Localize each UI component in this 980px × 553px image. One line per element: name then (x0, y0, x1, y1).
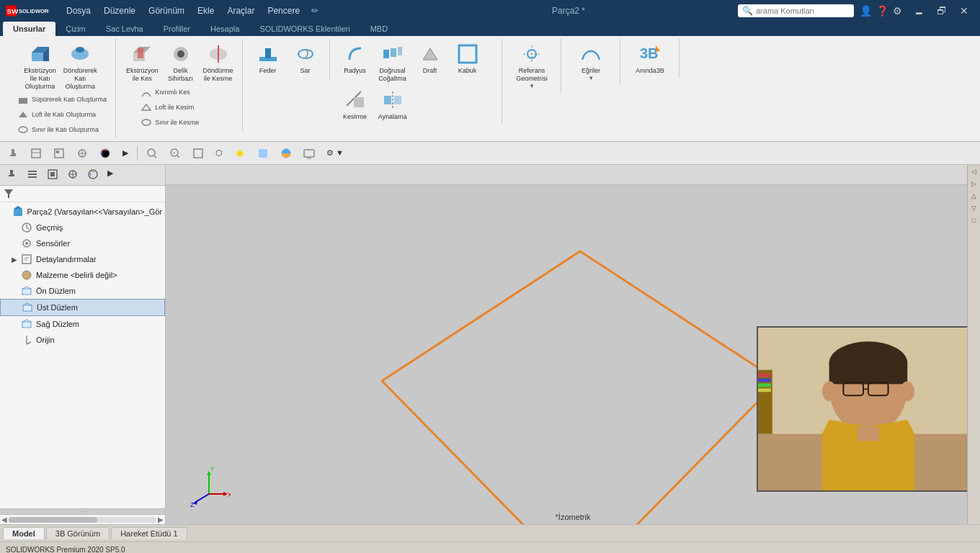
tab-hareket-etudu[interactable]: Hareket Etüdü 1 (111, 527, 187, 539)
sidebar-tab-tree[interactable] (43, 166, 62, 184)
vp-display-btn[interactable] (299, 146, 319, 161)
vp-box-btn[interactable] (188, 146, 208, 161)
tab-3b-gorunum[interactable]: 3B Görünüm (46, 527, 110, 539)
egriler-dropdown[interactable]: ▼ (588, 75, 594, 81)
tab-model[interactable]: Model (3, 527, 45, 539)
feature-tree-sag-duzlem[interactable]: Sağ Düzlem (0, 316, 165, 332)
tab-unsurlar[interactable]: Unsurlar (3, 22, 55, 36)
menu-araclar[interactable]: Araçlar (221, 4, 260, 17)
sidebar-tab-more[interactable]: ▶ (104, 166, 117, 184)
search-input[interactable] (756, 6, 850, 15)
revolve-button[interactable]: DöndürerekKatıOluşturma (61, 40, 100, 92)
svg-line-77 (27, 228, 29, 229)
feder-label: Feder (259, 67, 277, 75)
feature-tree-root[interactable]: Parça2 (Varsayılan<<Varsayılan>_Gör (0, 204, 165, 220)
referans-geometri-button[interactable]: ReferansGeometrisi ▼ (513, 40, 551, 91)
dogrusal-cog-button[interactable]: DoğrusalCoğaltma (375, 40, 411, 85)
kesirme-button[interactable]: Kesirme (337, 86, 373, 123)
tab-cizim[interactable]: Çizim (55, 22, 96, 36)
hole-wizard-icon (169, 42, 192, 66)
minimize-button[interactable]: 🗕 (908, 4, 930, 18)
svg-marker-26 (423, 48, 437, 60)
tab-hesapla[interactable]: Hesapla (200, 22, 249, 36)
kabuk-label: Kabuk (458, 67, 477, 75)
rp-btn-1[interactable]: ◁ (969, 166, 979, 176)
kivrımli-kes-label: Kıvrımlı Kes (155, 89, 190, 96)
sinir-kati-button[interactable]: Sınır ile Katı Oluşturma (14, 122, 110, 137)
vp-appearance-btn[interactable] (253, 146, 273, 161)
rp-btn-3[interactable]: △ (969, 191, 979, 201)
aynalama-button[interactable]: Aynalama (375, 86, 411, 123)
tab-mbd[interactable]: MBD (360, 22, 398, 36)
feature-tree-malzeme[interactable]: Malzeme <belirli değil> (0, 267, 165, 283)
rp-btn-5[interactable]: □ (969, 215, 979, 225)
plane-ust-icon (21, 301, 34, 314)
sidebar-tab-crosshair[interactable] (63, 166, 82, 184)
sidebar-resize-handle[interactable]: ⋯ (0, 508, 165, 514)
vp-hex-btn[interactable]: ⬡ (211, 147, 227, 159)
radyus-button[interactable]: Radyus (337, 40, 373, 77)
feder-button[interactable]: Feder (250, 40, 286, 77)
extrude-button[interactable]: Ekstrüzyonİle KatıOluşturma (21, 40, 59, 92)
sidebar-tab-list[interactable] (23, 166, 42, 184)
vp-settings-btn[interactable]: ⚙ ▼ (322, 147, 348, 159)
loft-kati-button[interactable]: Loft ile Katı Oluşturma (14, 107, 110, 122)
vp-search-btn[interactable] (142, 146, 162, 161)
tree-view-tool[interactable] (49, 146, 69, 161)
revolve-cut-button[interactable]: Döndürmeile Kesme (200, 40, 236, 85)
extrude-cut-button[interactable]: Ekstrüzyonile Kes (123, 40, 161, 85)
sidebar-tab-hand[interactable] (3, 166, 22, 184)
hand-tool[interactable] (3, 146, 23, 161)
more-tools[interactable]: ▶ (118, 147, 133, 159)
tab-sac-levha[interactable]: Sac Levha (96, 22, 153, 36)
tab-eklentiler[interactable]: SOLIDWORKS Eklentileri (249, 22, 360, 36)
sidebar-hscrollbar[interactable]: ◀ ▶ (0, 514, 165, 524)
color-tool[interactable] (95, 146, 115, 161)
supurerek-button[interactable]: Süpürerek Katı Oluşturma (14, 92, 110, 107)
kabuk-button[interactable]: Kabuk (450, 40, 486, 77)
feature-tree-sidebar: ▶ Parça2 (Varsayılan<<Varsayılan>_Gör (0, 165, 166, 524)
menu-duzenle[interactable]: Düzenle (98, 4, 141, 17)
part-icon (12, 205, 24, 218)
sidebar-tab-color[interactable] (84, 166, 102, 184)
help-icon[interactable]: ❓ (876, 5, 888, 17)
menu-pencere[interactable]: Pencere (262, 4, 306, 17)
user-icon[interactable]: 👤 (860, 5, 872, 17)
draft-button[interactable]: Draft (412, 40, 448, 77)
sinir-kesme-button[interactable]: Sınır ile Kesme (138, 115, 224, 130)
scroll-right[interactable]: ▶ (158, 516, 164, 523)
referans-dropdown[interactable]: ▼ (529, 83, 535, 89)
menu-dosya[interactable]: Dosya (61, 4, 97, 17)
close-button[interactable]: ✕ (954, 4, 974, 18)
kivrımli-kes-button[interactable]: Kıvrımlı Kes (138, 85, 224, 99)
svg-rect-3 (32, 53, 43, 61)
tab-profiller[interactable]: Profiller (153, 22, 200, 36)
feature-tree-ust-duzlem[interactable]: Üst Düzlem (0, 299, 165, 316)
feature-tree-gecmis[interactable]: Geçmiş (0, 220, 165, 235)
aninda3b-button[interactable]: 3B Anında3B (632, 40, 668, 77)
menu-ekle[interactable]: Ekle (192, 4, 220, 17)
search-box[interactable]: 🔍 (738, 4, 854, 17)
viewport-toolbar (166, 165, 980, 185)
egriler-button[interactable]: Eğriler ▼ (573, 40, 609, 84)
hole-wizard-button[interactable]: DelikSihirbazı (163, 40, 199, 85)
sar-button[interactable]: Sar (288, 40, 324, 77)
feature-tree-detaylandirmalar[interactable]: ▶ Detaylandırmalar (0, 251, 165, 267)
vp-color-btn[interactable] (276, 146, 296, 161)
kabuk-icon (456, 42, 479, 66)
settings-icon[interactable]: ⚙ (893, 5, 902, 17)
menu-gorunum[interactable]: Görünüm (143, 4, 190, 17)
vp-light-btn[interactable] (230, 146, 250, 161)
vp-search2-btn[interactable]: + (165, 146, 185, 161)
feature-tree-sensorler[interactable]: Sensörler (0, 235, 165, 251)
feature-tree-on-duzlem[interactable]: Ön Düzlem (0, 283, 165, 299)
revolve-cut-label: Döndürmeile Kesme (203, 67, 233, 83)
loft-kesim-button[interactable]: Loft ile Kesim (138, 100, 224, 114)
rp-btn-2[interactable]: ▷ (969, 179, 979, 189)
selection-tool[interactable] (26, 146, 46, 161)
crosshair-tool[interactable] (72, 146, 92, 161)
scroll-left[interactable]: ◀ (1, 516, 7, 523)
feature-tree-orijin[interactable]: Orijin (0, 332, 165, 348)
restore-button[interactable]: 🗗 (931, 4, 953, 18)
rp-btn-4[interactable]: ▽ (969, 203, 979, 213)
